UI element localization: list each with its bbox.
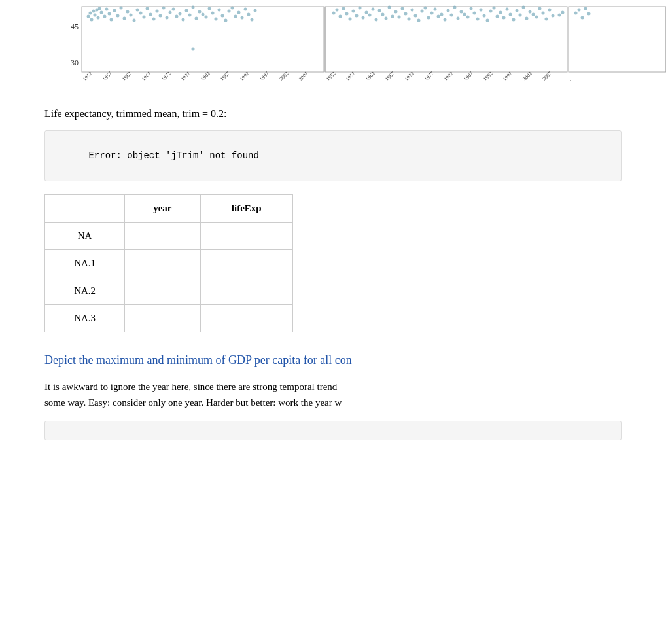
dot — [483, 14, 486, 18]
dot — [460, 10, 463, 14]
dot — [90, 18, 94, 22]
body-text: It is awkward to ignore the year here, s… — [44, 379, 622, 410]
dot — [437, 15, 440, 18]
dot — [372, 8, 375, 11]
dot — [365, 11, 368, 14]
dot — [404, 12, 408, 16]
dot — [237, 11, 241, 14]
dot — [450, 14, 453, 17]
dot — [476, 18, 480, 21]
dot — [100, 11, 103, 14]
dot — [584, 7, 587, 10]
dot — [378, 9, 381, 12]
dot — [457, 17, 460, 20]
dot — [470, 7, 473, 10]
dot — [516, 9, 519, 12]
dot — [502, 16, 506, 20]
dot — [447, 9, 450, 12]
dot — [444, 18, 447, 22]
dot — [427, 16, 430, 20]
dot — [175, 15, 179, 18]
dot — [228, 10, 231, 13]
dot — [247, 13, 251, 16]
dot — [578, 9, 581, 12]
dot — [368, 14, 372, 17]
dot — [188, 14, 192, 17]
dot — [548, 9, 552, 12]
body-text-line2: some way. Easy: consider only one year. … — [44, 397, 342, 408]
dot — [215, 18, 218, 21]
dot — [522, 6, 525, 9]
dot — [493, 7, 496, 10]
cell-na3-year — [125, 305, 200, 332]
dot — [241, 16, 244, 20]
dot — [120, 7, 123, 10]
cell-na2-lifeexp — [200, 277, 292, 305]
dot — [139, 12, 143, 15]
dot — [499, 11, 502, 14]
dot — [149, 13, 152, 16]
dot — [453, 6, 457, 9]
x-label-p3: . — [567, 77, 572, 82]
dot — [208, 7, 211, 10]
body-text-line1: It is awkward to ignore the year here, s… — [44, 382, 337, 392]
dot — [535, 16, 538, 19]
dot — [192, 6, 195, 9]
row-label-na3: NA.3 — [45, 305, 125, 332]
dot — [473, 12, 476, 15]
dot — [519, 14, 522, 17]
dot — [156, 10, 159, 13]
dot — [411, 9, 414, 12]
dot — [424, 7, 427, 10]
dot — [332, 12, 336, 15]
error-box: Error: object 'jTrim' not found — [44, 130, 622, 181]
dot — [581, 16, 584, 20]
dot — [466, 16, 470, 19]
chart-area: 45 30 — [0, 0, 666, 95]
dot — [421, 10, 424, 13]
dot — [388, 6, 391, 9]
dot — [355, 14, 359, 18]
dot — [162, 7, 166, 10]
y-label-top: 45 — [71, 22, 79, 31]
cell-na1-year — [125, 250, 200, 277]
dot — [417, 19, 421, 22]
dot — [218, 9, 221, 12]
content-section: Life expectancy, trimmed mean, trim = 0.… — [0, 95, 666, 440]
dot — [529, 10, 532, 14]
dot — [496, 15, 499, 18]
dot — [532, 13, 535, 16]
table-row: NA.1 — [45, 250, 293, 277]
dot — [381, 13, 385, 16]
dot — [234, 15, 237, 18]
dot — [352, 10, 355, 13]
dot — [561, 11, 565, 14]
dot — [152, 18, 156, 21]
table-row: NA — [45, 223, 293, 250]
dot — [231, 7, 234, 10]
dot — [489, 10, 493, 13]
code-box-bottom — [44, 421, 622, 440]
dot — [486, 19, 489, 22]
dot — [339, 15, 342, 18]
cell-na2-year — [125, 277, 200, 305]
dot — [359, 7, 362, 10]
dot — [89, 12, 92, 15]
dot — [509, 13, 512, 16]
dot — [342, 7, 345, 10]
row-label-na1: NA.1 — [45, 250, 125, 277]
page-container: 45 30 — [0, 0, 666, 440]
dot — [94, 14, 97, 17]
dot — [336, 9, 339, 12]
dot — [98, 7, 101, 10]
dot — [169, 11, 172, 14]
dot — [202, 13, 205, 16]
dot — [430, 12, 434, 15]
section-link[interactable]: Depict the maximum and minimum of GDP pe… — [44, 352, 622, 368]
col-header-lifeexp: lifeExp — [200, 195, 292, 223]
data-table: year lifeExp NA NA.1 NA.2 — [44, 194, 293, 332]
dot — [401, 7, 404, 10]
dot — [113, 9, 116, 12]
dot — [108, 12, 111, 16]
dot — [512, 18, 516, 22]
